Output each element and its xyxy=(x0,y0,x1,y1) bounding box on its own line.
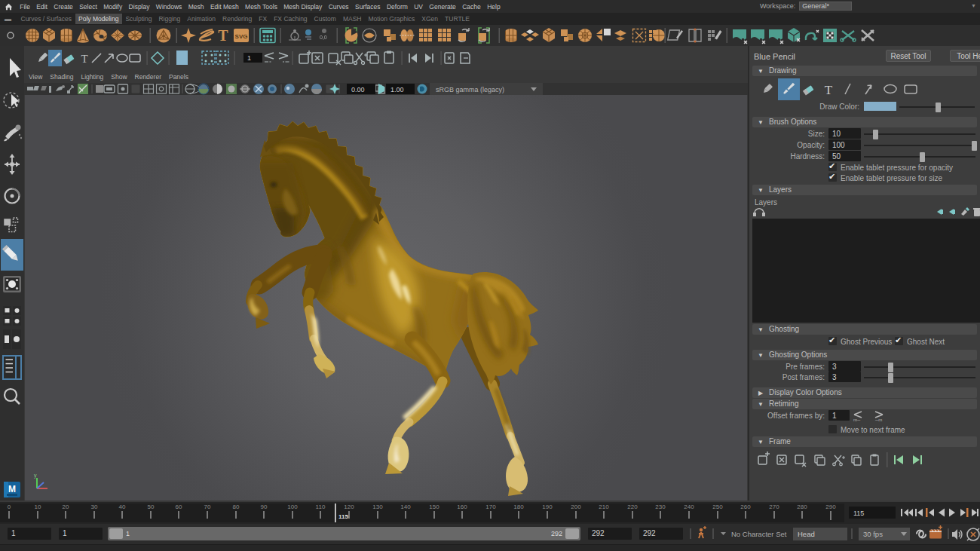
svg-text:─m: ─m xyxy=(874,418,882,422)
svg-text:60: 60 xyxy=(176,504,182,510)
svg-text:40: 40 xyxy=(119,504,126,510)
svg-text:T: T xyxy=(81,53,87,65)
svg-text:sRGB gamma (legacy): sRGB gamma (legacy) xyxy=(436,86,504,93)
svg-text:230: 230 xyxy=(655,504,666,510)
svg-text:0,0: 0,0 xyxy=(320,35,327,40)
svg-text:m─: m─ xyxy=(853,418,861,422)
svg-text:115: 115 xyxy=(853,510,864,517)
svg-text:No Character Set: No Character Set xyxy=(731,530,787,538)
svg-text:Head: Head xyxy=(798,530,815,538)
svg-text:10: 10 xyxy=(35,504,41,510)
svg-text:150: 150 xyxy=(429,504,439,510)
svg-text:190: 190 xyxy=(542,504,553,510)
svg-text:210: 210 xyxy=(599,504,609,510)
svg-text:280: 280 xyxy=(797,504,807,510)
svg-text:260: 260 xyxy=(740,504,751,510)
svg-text:290: 290 xyxy=(825,504,836,510)
svg-text:20: 20 xyxy=(63,504,69,510)
svg-text:50: 50 xyxy=(148,504,155,510)
svg-text:170: 170 xyxy=(485,504,496,510)
svg-text:1: 1 xyxy=(247,54,251,62)
svg-text:1.00: 1.00 xyxy=(390,86,404,93)
svg-text:160: 160 xyxy=(457,504,467,510)
svg-text:30: 30 xyxy=(91,504,98,510)
svg-text:140: 140 xyxy=(400,504,411,510)
svg-text:270: 270 xyxy=(769,504,779,510)
svg-text:90: 90 xyxy=(261,504,268,510)
svg-text:180: 180 xyxy=(513,504,524,510)
svg-text:115: 115 xyxy=(338,513,348,520)
svg-text:100: 100 xyxy=(287,504,298,510)
svg-text:0.00: 0.00 xyxy=(351,86,365,93)
svg-text:80: 80 xyxy=(233,504,240,510)
svg-text:T: T xyxy=(825,83,833,97)
svg-text:130: 130 xyxy=(372,504,383,510)
svg-text:240: 240 xyxy=(684,504,694,510)
svg-text:250: 250 xyxy=(712,504,723,510)
svg-text:220: 220 xyxy=(627,504,638,510)
svg-text:110: 110 xyxy=(316,504,326,510)
svg-text:0: 0 xyxy=(8,504,11,510)
svg-text:70: 70 xyxy=(204,504,211,510)
svg-text:120: 120 xyxy=(344,504,354,510)
svg-text:200: 200 xyxy=(571,504,581,510)
svg-text:M: M xyxy=(8,484,16,494)
svg-text:30 fps: 30 fps xyxy=(863,530,883,538)
svg-text:y: y xyxy=(34,473,37,479)
